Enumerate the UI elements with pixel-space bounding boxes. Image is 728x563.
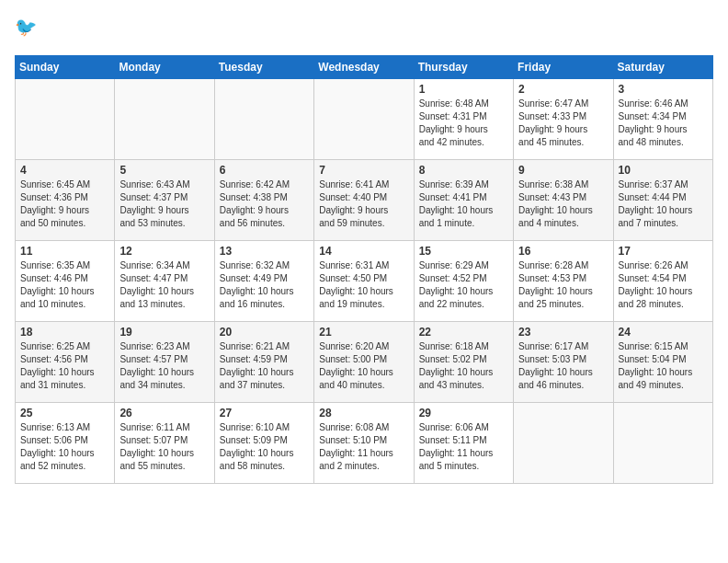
day-number: 9 xyxy=(518,164,608,177)
day-info: Sunrise: 6:42 AMSunset: 4:38 PMDaylight:… xyxy=(220,178,309,230)
calendar-cell: 28Sunrise: 6:08 AMSunset: 5:10 PMDayligh… xyxy=(314,403,414,484)
day-info: Sunrise: 6:38 AMSunset: 4:43 PMDaylight:… xyxy=(518,178,608,230)
calendar-cell xyxy=(514,403,613,484)
calendar-cell: 8Sunrise: 6:39 AMSunset: 4:41 PMDaylight… xyxy=(414,160,513,241)
calendar-cell: 13Sunrise: 6:32 AMSunset: 4:49 PMDayligh… xyxy=(214,241,313,322)
calendar-cell: 21Sunrise: 6:20 AMSunset: 5:00 PMDayligh… xyxy=(314,322,414,403)
calendar-cell: 7Sunrise: 6:41 AMSunset: 4:40 PMDaylight… xyxy=(314,160,414,241)
calendar-cell: 3Sunrise: 6:46 AMSunset: 4:34 PMDaylight… xyxy=(613,79,712,160)
day-info: Sunrise: 6:15 AMSunset: 5:04 PMDaylight:… xyxy=(619,340,708,392)
calendar-cell: 29Sunrise: 6:06 AMSunset: 5:11 PMDayligh… xyxy=(414,403,513,484)
day-info: Sunrise: 6:29 AMSunset: 4:52 PMDaylight:… xyxy=(419,259,508,311)
day-info: Sunrise: 6:35 AMSunset: 4:46 PMDaylight:… xyxy=(20,259,109,311)
weekday-header: Wednesday xyxy=(314,56,414,79)
day-number: 16 xyxy=(518,245,608,258)
day-info: Sunrise: 6:08 AMSunset: 5:10 PMDaylight:… xyxy=(319,421,408,473)
day-info: Sunrise: 6:34 AMSunset: 4:47 PMDaylight:… xyxy=(119,259,209,311)
day-info: Sunrise: 6:23 AMSunset: 4:57 PMDaylight:… xyxy=(119,340,209,392)
day-number: 18 xyxy=(20,326,109,339)
calendar-cell: 18Sunrise: 6:25 AMSunset: 4:56 PMDayligh… xyxy=(16,322,115,403)
calendar-cell: 20Sunrise: 6:21 AMSunset: 4:59 PMDayligh… xyxy=(214,322,313,403)
day-number: 25 xyxy=(20,407,109,419)
day-info: Sunrise: 6:46 AMSunset: 4:34 PMDaylight:… xyxy=(619,98,708,149)
calendar-cell: 22Sunrise: 6:18 AMSunset: 5:02 PMDayligh… xyxy=(414,322,513,403)
calendar-cell xyxy=(214,79,313,160)
weekday-header: Sunday xyxy=(16,56,115,79)
day-info: Sunrise: 6:26 AMSunset: 4:54 PMDaylight:… xyxy=(619,259,708,311)
day-number: 27 xyxy=(220,407,309,419)
day-number: 23 xyxy=(518,326,608,339)
calendar-cell: 27Sunrise: 6:10 AMSunset: 5:09 PMDayligh… xyxy=(214,403,313,484)
logo: 🐦 xyxy=(15,15,44,44)
day-info: Sunrise: 6:13 AMSunset: 5:06 PMDaylight:… xyxy=(20,421,109,473)
day-info: Sunrise: 6:10 AMSunset: 5:09 PMDaylight:… xyxy=(220,421,309,473)
day-number: 12 xyxy=(119,245,209,258)
day-number: 8 xyxy=(419,164,508,177)
calendar-week-row: 18Sunrise: 6:25 AMSunset: 4:56 PMDayligh… xyxy=(16,322,713,403)
calendar-cell xyxy=(613,403,712,484)
calendar-cell: 1Sunrise: 6:48 AMSunset: 4:31 PMDaylight… xyxy=(414,79,513,160)
calendar-cell: 10Sunrise: 6:37 AMSunset: 4:44 PMDayligh… xyxy=(613,160,712,241)
calendar-cell: 9Sunrise: 6:38 AMSunset: 4:43 PMDaylight… xyxy=(514,160,613,241)
logo-icon: 🐦 xyxy=(15,15,40,44)
day-number: 6 xyxy=(220,164,309,177)
day-info: Sunrise: 6:18 AMSunset: 5:02 PMDaylight:… xyxy=(419,340,508,392)
day-number: 13 xyxy=(220,245,309,258)
day-number: 19 xyxy=(119,326,209,339)
calendar-cell: 2Sunrise: 6:47 AMSunset: 4:33 PMDaylight… xyxy=(514,79,613,160)
day-number: 15 xyxy=(419,245,508,258)
day-info: Sunrise: 6:48 AMSunset: 4:31 PMDaylight:… xyxy=(419,98,508,149)
day-number: 17 xyxy=(619,245,708,258)
day-info: Sunrise: 6:28 AMSunset: 4:53 PMDaylight:… xyxy=(518,259,608,311)
calendar-week-row: 4Sunrise: 6:45 AMSunset: 4:36 PMDaylight… xyxy=(16,160,713,241)
weekday-header: Thursday xyxy=(414,56,513,79)
day-number: 28 xyxy=(319,407,408,419)
weekday-header: Tuesday xyxy=(214,56,313,79)
day-info: Sunrise: 6:45 AMSunset: 4:36 PMDaylight:… xyxy=(20,178,109,230)
calendar-cell: 6Sunrise: 6:42 AMSunset: 4:38 PMDaylight… xyxy=(214,160,313,241)
day-number: 11 xyxy=(20,245,109,258)
day-info: Sunrise: 6:31 AMSunset: 4:50 PMDaylight:… xyxy=(319,259,408,311)
calendar-week-row: 25Sunrise: 6:13 AMSunset: 5:06 PMDayligh… xyxy=(16,403,713,484)
day-number: 3 xyxy=(619,83,708,96)
calendar-cell: 23Sunrise: 6:17 AMSunset: 5:03 PMDayligh… xyxy=(514,322,613,403)
day-number: 26 xyxy=(119,407,209,419)
day-number: 10 xyxy=(619,164,708,177)
weekday-header: Friday xyxy=(514,56,613,79)
calendar-week-row: 1Sunrise: 6:48 AMSunset: 4:31 PMDaylight… xyxy=(16,79,713,160)
page-header: 🐦 xyxy=(15,15,713,44)
calendar-cell: 25Sunrise: 6:13 AMSunset: 5:06 PMDayligh… xyxy=(16,403,115,484)
calendar-cell xyxy=(314,79,414,160)
calendar-header-row: SundayMondayTuesdayWednesdayThursdayFrid… xyxy=(16,56,713,79)
day-info: Sunrise: 6:21 AMSunset: 4:59 PMDaylight:… xyxy=(220,340,309,392)
day-number: 7 xyxy=(319,164,408,177)
day-info: Sunrise: 6:39 AMSunset: 4:41 PMDaylight:… xyxy=(419,178,508,230)
calendar-cell: 14Sunrise: 6:31 AMSunset: 4:50 PMDayligh… xyxy=(314,241,414,322)
day-info: Sunrise: 6:41 AMSunset: 4:40 PMDaylight:… xyxy=(319,178,408,230)
day-number: 14 xyxy=(319,245,408,258)
calendar-cell: 19Sunrise: 6:23 AMSunset: 4:57 PMDayligh… xyxy=(115,322,214,403)
day-info: Sunrise: 6:25 AMSunset: 4:56 PMDaylight:… xyxy=(20,340,109,392)
calendar-cell xyxy=(16,79,115,160)
calendar-cell: 17Sunrise: 6:26 AMSunset: 4:54 PMDayligh… xyxy=(613,241,712,322)
day-info: Sunrise: 6:47 AMSunset: 4:33 PMDaylight:… xyxy=(518,98,608,149)
day-number: 4 xyxy=(20,164,109,177)
calendar-cell: 12Sunrise: 6:34 AMSunset: 4:47 PMDayligh… xyxy=(115,241,214,322)
day-number: 21 xyxy=(319,326,408,339)
calendar-cell: 4Sunrise: 6:45 AMSunset: 4:36 PMDaylight… xyxy=(16,160,115,241)
calendar-cell xyxy=(115,79,214,160)
calendar-table: SundayMondayTuesdayWednesdayThursdayFrid… xyxy=(15,55,713,484)
day-info: Sunrise: 6:32 AMSunset: 4:49 PMDaylight:… xyxy=(220,259,309,311)
day-number: 20 xyxy=(220,326,309,339)
svg-text:🐦: 🐦 xyxy=(15,16,38,38)
day-info: Sunrise: 6:17 AMSunset: 5:03 PMDaylight:… xyxy=(518,340,608,392)
day-info: Sunrise: 6:11 AMSunset: 5:07 PMDaylight:… xyxy=(119,421,209,473)
calendar-cell: 11Sunrise: 6:35 AMSunset: 4:46 PMDayligh… xyxy=(16,241,115,322)
day-number: 5 xyxy=(119,164,209,177)
day-number: 1 xyxy=(419,83,508,96)
day-number: 24 xyxy=(619,326,708,339)
day-number: 22 xyxy=(419,326,508,339)
weekday-header: Monday xyxy=(115,56,214,79)
day-info: Sunrise: 6:20 AMSunset: 5:00 PMDaylight:… xyxy=(319,340,408,392)
day-number: 2 xyxy=(518,83,608,96)
